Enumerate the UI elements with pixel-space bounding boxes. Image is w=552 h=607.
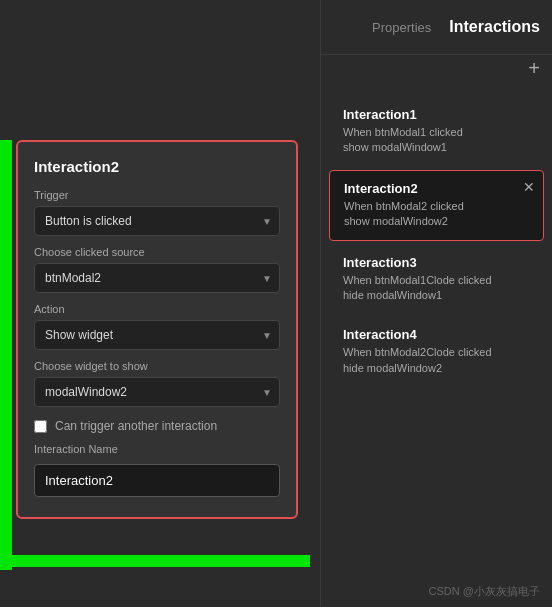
card-3-desc: When btnModal1Clode clickedhide modalWin… [343, 273, 530, 304]
can-trigger-checkbox[interactable] [34, 420, 47, 433]
widget-select-wrapper: modalWindow1 modalWindow2 modalWindow3 ▼ [34, 377, 280, 407]
editor-title: Interaction2 [34, 158, 280, 175]
widget-select[interactable]: modalWindow1 modalWindow2 modalWindow3 [34, 377, 280, 407]
green-accent-bar-bottom [12, 555, 310, 567]
add-interaction-button[interactable]: + [528, 58, 540, 78]
checkbox-label: Can trigger another interaction [55, 419, 217, 433]
editor-panel: Interaction2 Trigger Button is clicked M… [16, 140, 298, 519]
card-4-title: Interaction4 [343, 327, 530, 342]
card-1-title: Interaction1 [343, 107, 530, 122]
interactions-tab[interactable]: Interactions [449, 18, 540, 36]
card-4-desc: When btnModal2Clode clickedhide modalWin… [343, 345, 530, 376]
interaction-card-1[interactable]: Interaction1 When btnModal1 clickedshow … [329, 97, 544, 166]
trigger-select-wrapper: Button is clicked Mouse enter Mouse leav… [34, 206, 280, 236]
source-select-wrapper: btnModal1 btnModal2 btnModal3 ▼ [34, 263, 280, 293]
checkbox-row: Can trigger another interaction [34, 419, 280, 433]
right-panel: Properties Interactions + Interaction1 W… [320, 0, 552, 607]
properties-tab[interactable]: Properties [372, 20, 431, 35]
source-label: Choose clicked source [34, 246, 280, 258]
interaction-list: Interaction1 When btnModal1 clickedshow … [321, 85, 552, 398]
interaction-card-2[interactable]: Interaction2 When btnModal2 clickedshow … [329, 170, 544, 241]
card-2-title: Interaction2 [344, 181, 529, 196]
interaction-name-input[interactable] [34, 464, 280, 497]
widget-label: Choose widget to show [34, 360, 280, 372]
watermark: CSDN @小灰灰搞电子 [429, 584, 540, 599]
interaction-name-label: Interaction Name [34, 443, 280, 455]
action-label: Action [34, 303, 280, 315]
interaction-card-4[interactable]: Interaction4 When btnModal2Clode clicked… [329, 317, 544, 386]
trigger-label: Trigger [34, 189, 280, 201]
trigger-select[interactable]: Button is clicked Mouse enter Mouse leav… [34, 206, 280, 236]
green-accent-bar [0, 140, 12, 570]
action-select[interactable]: Show widget Hide widget Toggle widget [34, 320, 280, 350]
card-2-close-icon[interactable]: ✕ [523, 179, 535, 195]
right-panel-header: Properties Interactions [321, 0, 552, 55]
interaction-card-3[interactable]: Interaction3 When btnModal1Clode clicked… [329, 245, 544, 314]
source-select[interactable]: btnModal1 btnModal2 btnModal3 [34, 263, 280, 293]
action-select-wrapper: Show widget Hide widget Toggle widget ▼ [34, 320, 280, 350]
card-1-desc: When btnModal1 clickedshow modalWindow1 [343, 125, 530, 156]
card-2-desc: When btnModal2 clickedshow modalWindow2 [344, 199, 529, 230]
card-3-title: Interaction3 [343, 255, 530, 270]
